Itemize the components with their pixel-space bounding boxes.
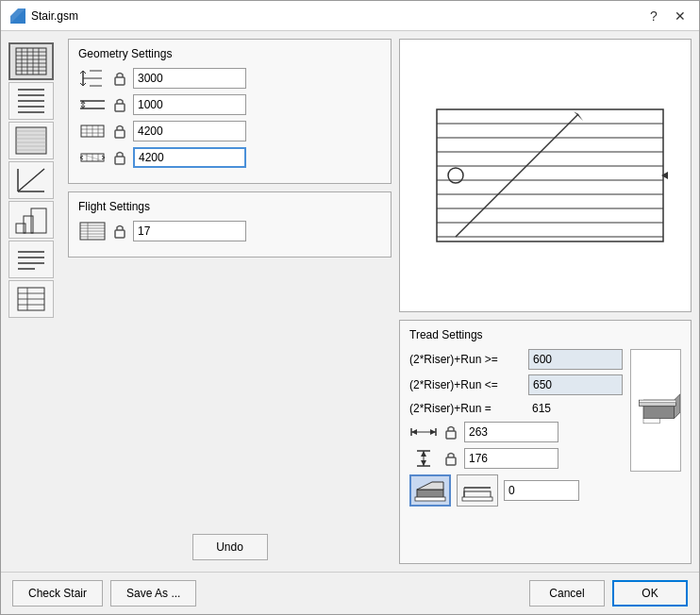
- svg-rect-101: [446, 431, 456, 439]
- width-icon: [78, 121, 107, 141]
- height-icon: [78, 68, 107, 89]
- thickness-icon: [78, 94, 107, 115]
- tread-depth-lock[interactable]: [443, 424, 458, 440]
- svg-marker-109: [417, 482, 443, 490]
- tread-row-2: (2*Riser)+Run <=: [409, 374, 623, 395]
- svg-rect-48: [115, 77, 125, 85]
- height-lock[interactable]: [112, 71, 127, 86]
- close-button[interactable]: ✕: [671, 7, 690, 25]
- stair-length-input[interactable]: [133, 147, 246, 168]
- total-height-row: [78, 68, 381, 89]
- tread-formula-1: (2*Riser)+Run >=: [409, 353, 523, 366]
- svg-rect-119: [643, 419, 659, 424]
- app-icon: [10, 8, 25, 24]
- title-controls: ? ✕: [644, 7, 690, 25]
- left-icon-panel: [8, 39, 60, 564]
- svg-rect-73: [115, 157, 125, 164]
- stair-schedule-btn[interactable]: [8, 280, 54, 318]
- svg-rect-56: [115, 104, 125, 111]
- svg-rect-115: [643, 407, 675, 419]
- tread-depth-row: [409, 422, 623, 442]
- flight-title: Flight Settings: [78, 200, 381, 213]
- stair-width-input[interactable]: [133, 121, 246, 141]
- geometry-section: Geometry Settings: [68, 39, 392, 184]
- thickness-lock[interactable]: [112, 97, 127, 112]
- tread-3d-preview: [630, 349, 681, 472]
- riser-height-lock[interactable]: [443, 451, 458, 466]
- tread-title: Tread Settings: [409, 328, 681, 341]
- tread-max-input[interactable]: [528, 374, 623, 395]
- stair-elevation-btn[interactable]: [8, 82, 54, 120]
- title-bar: Stair.gsm ? ✕: [1, 1, 699, 31]
- flight-section: Flight Settings: [68, 191, 392, 258]
- dialog-title: Stair.gsm: [31, 9, 78, 23]
- riser-height-row: [409, 448, 623, 469]
- tread-formula-3: (2*Riser)+Run =: [409, 402, 523, 415]
- svg-rect-110: [415, 497, 445, 501]
- stair-preview: [399, 39, 692, 312]
- floor-thickness-input[interactable]: [133, 94, 246, 115]
- num-risers-input[interactable]: [133, 221, 246, 241]
- stair-3d-btn[interactable]: [8, 201, 54, 239]
- stair-length-row: [78, 147, 381, 168]
- num-risers-row: [78, 221, 381, 241]
- riser-height-icon: [409, 448, 438, 469]
- tread-result: 615: [528, 400, 555, 417]
- nosing-row: [409, 474, 623, 507]
- length-icon: [78, 147, 107, 168]
- tread-min-input[interactable]: [528, 349, 623, 370]
- stair-width-row: [78, 121, 381, 141]
- undo-row: Undo: [68, 526, 392, 564]
- help-button[interactable]: ?: [644, 7, 663, 25]
- svg-marker-105: [421, 451, 426, 457]
- svg-marker-100: [430, 429, 436, 435]
- stair-hatch-btn[interactable]: [8, 122, 54, 159]
- stair-plan-icon-btn[interactable]: [8, 42, 54, 80]
- svg-line-25: [18, 169, 44, 191]
- nosing-type-2-btn[interactable]: [457, 474, 498, 507]
- stair-detail-btn[interactable]: [8, 241, 54, 278]
- undo-button[interactable]: Undo: [192, 534, 268, 560]
- svg-rect-63: [115, 130, 125, 138]
- bottom-left-buttons: Check Stair Save As ...: [12, 580, 196, 607]
- geometry-title: Geometry Settings: [78, 47, 381, 60]
- svg-rect-107: [446, 457, 456, 465]
- floor-thickness-row: [78, 94, 381, 115]
- tread-preview-svg: [631, 354, 680, 467]
- svg-rect-81: [115, 230, 125, 238]
- tread-depth-icon: [409, 422, 438, 442]
- riser-height-input[interactable]: [464, 448, 558, 469]
- risers-lock[interactable]: [112, 224, 127, 239]
- save-as-button[interactable]: Save As ...: [110, 580, 196, 607]
- total-height-input[interactable]: [133, 68, 246, 89]
- bottom-right-buttons: Cancel OK: [529, 580, 688, 607]
- svg-rect-120: [640, 400, 676, 402]
- main-dialog: Stair.gsm ? ✕: [0, 0, 700, 615]
- bottom-bar: Check Stair Save As ... Cancel OK: [1, 572, 699, 614]
- nosing-type-1-btn[interactable]: [409, 474, 451, 507]
- length-lock[interactable]: [112, 150, 127, 165]
- svg-marker-106: [421, 460, 426, 466]
- middle-panel: Geometry Settings: [68, 39, 392, 564]
- width-lock[interactable]: [112, 124, 127, 139]
- dialog-body: Geometry Settings: [1, 31, 699, 572]
- nosing-value-input[interactable]: [504, 480, 579, 501]
- tread-section: Tread Settings (2*Riser)+Run >= (2*Riser…: [399, 320, 692, 564]
- tread-depth-input[interactable]: [464, 422, 558, 442]
- tread-formula-2: (2*Riser)+Run <=: [409, 378, 523, 391]
- check-stair-button[interactable]: Check Stair: [12, 580, 103, 607]
- risers-icon: [78, 221, 107, 241]
- tread-inner: (2*Riser)+Run >= (2*Riser)+Run <= (2*Ris…: [409, 349, 681, 510]
- tread-fields: (2*Riser)+Run >= (2*Riser)+Run <= (2*Ris…: [409, 349, 623, 510]
- tread-row-3: (2*Riser)+Run = 615: [409, 400, 623, 417]
- stair-railing-btn[interactable]: [8, 161, 54, 199]
- ok-button[interactable]: OK: [612, 580, 688, 607]
- right-panel: Tread Settings (2*Riser)+Run >= (2*Riser…: [399, 39, 692, 564]
- svg-marker-99: [411, 429, 417, 435]
- stair-plan-svg: [408, 53, 682, 298]
- tread-row-1: (2*Riser)+Run >=: [409, 349, 623, 370]
- svg-rect-114: [462, 497, 492, 501]
- cancel-button[interactable]: Cancel: [529, 580, 605, 607]
